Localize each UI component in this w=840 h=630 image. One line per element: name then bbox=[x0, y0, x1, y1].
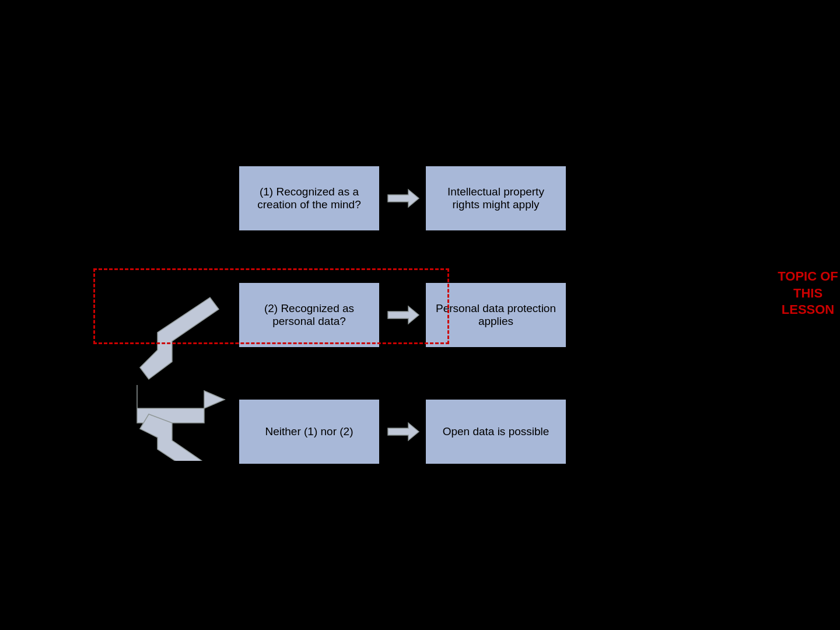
row1-arrow bbox=[385, 187, 420, 210]
row3-right-text: Open data is possible bbox=[443, 425, 550, 438]
row2-left-box: (2) Recognized as personal data? bbox=[239, 283, 379, 347]
row1-left-box: (1) Recognized as a creation of the mind… bbox=[239, 166, 379, 230]
svg-marker-3 bbox=[388, 423, 419, 440]
row2-right-text: Personal data protection applies bbox=[434, 302, 558, 328]
row1-right-text: Intellectual property rights might apply bbox=[434, 186, 558, 211]
row3-left-box: Neither (1) nor (2) bbox=[239, 400, 379, 464]
row2-arrow bbox=[385, 303, 420, 327]
row-1-content: (1) Recognized as a creation of the mind… bbox=[239, 166, 566, 230]
row-3-content: Neither (1) nor (2) Open data is possibl… bbox=[239, 400, 566, 464]
diagram-container: (1) Recognized as a creation of the mind… bbox=[99, 146, 741, 484]
row-3: Neither (1) nor (2) Open data is possibl… bbox=[99, 391, 741, 473]
row3-right-box: Open data is possible bbox=[426, 400, 566, 464]
row3-left-text: Neither (1) nor (2) bbox=[265, 425, 354, 438]
topic-label-text: TOPIC OF THIS LESSON bbox=[778, 269, 838, 317]
row2-left-text: (2) Recognized as personal data? bbox=[247, 302, 371, 328]
row1-right-box: Intellectual property rights might apply bbox=[426, 166, 566, 230]
row2-right-box: Personal data protection applies bbox=[426, 283, 566, 347]
svg-marker-2 bbox=[388, 306, 419, 324]
row3-arrow bbox=[385, 420, 420, 443]
svg-marker-1 bbox=[388, 190, 419, 207]
row-2-content: (2) Recognized as personal data? Persona… bbox=[239, 283, 566, 347]
topic-label: TOPIC OF THIS LESSON bbox=[767, 268, 840, 318]
row-2: (2) Recognized as personal data? Persona… bbox=[99, 274, 741, 356]
row-1: (1) Recognized as a creation of the mind… bbox=[99, 158, 741, 239]
row1-left-text: (1) Recognized as a creation of the mind… bbox=[247, 186, 371, 211]
